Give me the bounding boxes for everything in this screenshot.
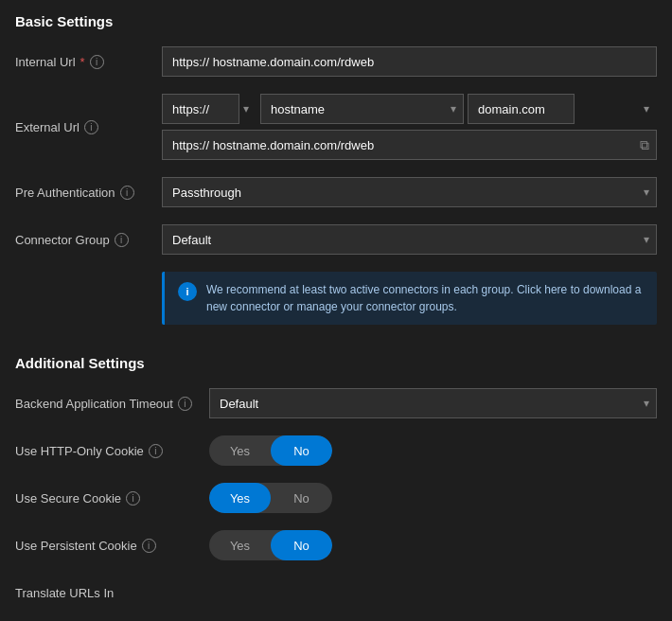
url-parts-row: https:// http:// ▾ hostname ▾ domain.com… xyxy=(162,94,657,124)
persistent-cookie-row: Use Persistent Cookie i Yes No xyxy=(15,530,657,560)
external-url-label: External Url i xyxy=(15,120,162,134)
internal-url-label: Internal Url * i xyxy=(15,55,162,69)
external-url-display[interactable] xyxy=(162,130,657,160)
pre-auth-select-wrapper: Passthrough Azure AD ▾ xyxy=(162,177,657,207)
persistent-cookie-toggle: Yes No xyxy=(209,530,332,560)
connector-info-box: i We recommend at least two active conne… xyxy=(162,272,657,325)
external-url-display-wrapper: ⧉ xyxy=(162,130,657,160)
pre-auth-select[interactable]: Passthrough Azure AD xyxy=(162,177,657,207)
secure-cookie-no-btn[interactable]: No xyxy=(271,483,332,513)
persistent-cookie-yes-btn[interactable]: Yes xyxy=(209,530,271,560)
persistent-cookie-info-icon[interactable]: i xyxy=(142,539,156,553)
http-only-cookie-label: Use HTTP-Only Cookie i xyxy=(15,444,209,458)
secure-cookie-toggle: Yes No xyxy=(209,483,332,513)
internal-url-input[interactable] xyxy=(162,46,657,77)
backend-timeout-select[interactable]: Default 80 Seconds 180 Seconds xyxy=(209,388,657,418)
http-only-cookie-yes-btn[interactable]: Yes xyxy=(209,435,271,466)
basic-settings-title: Basic Settings xyxy=(15,13,657,29)
persistent-cookie-no-btn[interactable]: No xyxy=(271,530,332,560)
http-only-cookie-no-btn[interactable]: No xyxy=(271,435,332,466)
external-url-row: External Url i https:// http:// ▾ hostna… xyxy=(15,94,657,160)
copy-icon[interactable]: ⧉ xyxy=(640,137,649,153)
protocol-select-wrapper: https:// http:// ▾ xyxy=(162,94,256,124)
translate-urls-label: Translate URLs In xyxy=(15,586,209,600)
backend-timeout-info-icon[interactable]: i xyxy=(178,397,192,411)
secure-cookie-label: Use Secure Cookie i xyxy=(15,491,209,506)
connector-group-label: Connector Group i xyxy=(15,233,162,247)
pre-auth-info-icon[interactable]: i xyxy=(120,186,134,200)
translate-urls-row: Translate URLs In xyxy=(15,577,657,608)
pre-auth-row: Pre Authentication i Passthrough Azure A… xyxy=(15,177,657,207)
persistent-cookie-label: Use Persistent Cookie i xyxy=(15,539,209,553)
backend-timeout-label: Backend Application Timeout i xyxy=(15,397,209,411)
connector-group-info-icon[interactable]: i xyxy=(115,233,129,247)
http-only-cookie-row: Use HTTP-Only Cookie i Yes No xyxy=(15,435,657,466)
hostname-select[interactable]: hostname xyxy=(260,94,464,124)
secure-cookie-yes-btn[interactable]: Yes xyxy=(209,483,271,513)
pre-auth-label: Pre Authentication i xyxy=(15,186,162,200)
protocol-chevron-icon: ▾ xyxy=(243,102,249,115)
http-only-cookie-toggle: Yes No xyxy=(209,435,332,466)
connector-group-select[interactable]: Default xyxy=(162,224,657,255)
backend-timeout-select-wrapper: Default 80 Seconds 180 Seconds ▾ xyxy=(209,388,657,418)
connector-group-row: Connector Group i Default ▾ xyxy=(15,224,657,255)
external-url-info-icon[interactable]: i xyxy=(84,120,98,134)
connector-group-select-wrapper: Default ▾ xyxy=(162,224,657,255)
domain-chevron-icon: ▾ xyxy=(644,102,649,115)
external-url-content: https:// http:// ▾ hostname ▾ domain.com… xyxy=(162,94,657,160)
domain-select-wrapper: domain.com ▾ xyxy=(468,94,657,124)
connector-info-circle: i xyxy=(178,282,197,301)
backend-timeout-row: Backend Application Timeout i Default 80… xyxy=(15,388,657,418)
secure-cookie-info-icon[interactable]: i xyxy=(126,491,140,506)
additional-settings-title: Additional Settings xyxy=(15,355,657,371)
internal-url-info-icon[interactable]: i xyxy=(90,55,104,69)
required-marker: * xyxy=(80,55,85,69)
hostname-select-wrapper: hostname ▾ xyxy=(260,94,464,124)
connector-info-text[interactable]: We recommend at least two active connect… xyxy=(206,281,644,315)
internal-url-row: Internal Url * i xyxy=(15,46,657,77)
secure-cookie-row: Use Secure Cookie i Yes No xyxy=(15,483,657,513)
protocol-select[interactable]: https:// http:// xyxy=(162,94,239,124)
http-only-cookie-info-icon[interactable]: i xyxy=(149,444,163,458)
domain-select[interactable]: domain.com xyxy=(468,94,575,124)
